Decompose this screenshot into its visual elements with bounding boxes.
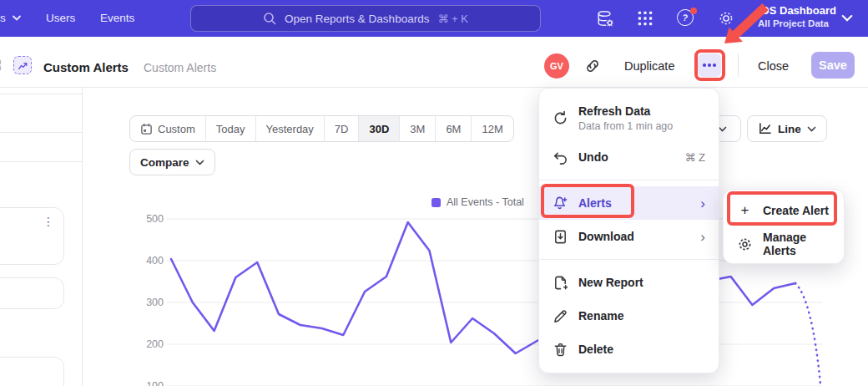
menu-item-new-report[interactable]: New Report bbox=[539, 266, 719, 299]
legend-label: All Events - Total bbox=[447, 196, 524, 208]
date-range-12m[interactable]: 12M bbox=[471, 116, 512, 141]
menu-label: Alerts bbox=[578, 196, 612, 210]
submenu-caret: › bbox=[700, 196, 705, 211]
date-range-custom[interactable]: Custom bbox=[130, 116, 205, 141]
download-icon bbox=[553, 229, 568, 245]
app-root: 500400300200100 All Events - Total s Use… bbox=[0, 0, 868, 386]
calendar-icon bbox=[140, 123, 153, 135]
menu-item-undo[interactable]: Undo ⌘ Z bbox=[539, 140, 719, 174]
kebab-menu-icon[interactable]: ⋮ bbox=[43, 215, 54, 228]
share-link-icon[interactable] bbox=[584, 58, 601, 74]
more-options-menu: Refresh Data Data from 1 min ago Undo ⌘ … bbox=[538, 88, 719, 373]
submenu-caret: › bbox=[700, 230, 705, 244]
alerts-submenu: + Create Alert Manage Alerts bbox=[723, 189, 845, 264]
submenu-label: Manage Alerts bbox=[763, 231, 830, 257]
menu-label: Undo bbox=[578, 150, 608, 164]
date-range-today[interactable]: Today bbox=[205, 116, 255, 141]
project-subtitle: All Project Data bbox=[758, 18, 836, 28]
ellipsis-icon bbox=[703, 63, 706, 67]
nav-item-clipped[interactable]: s bbox=[0, 12, 21, 24]
sidebar-card[interactable] bbox=[0, 357, 64, 386]
project-chevron-down-icon[interactable] bbox=[841, 14, 853, 23]
sidebar-divider bbox=[0, 161, 83, 162]
submenu-item-create-alert[interactable]: + Create Alert bbox=[724, 194, 844, 227]
compare-button[interactable]: Compare bbox=[129, 149, 215, 175]
data-management-icon[interactable] bbox=[596, 9, 614, 28]
search-input[interactable]: Open Reports & Dashboards ⌘ + K bbox=[190, 5, 541, 32]
menu-item-download[interactable]: Download › bbox=[539, 220, 719, 253]
date-range-6m[interactable]: 6M bbox=[435, 116, 471, 141]
menu-label: New Report bbox=[578, 276, 643, 289]
nav-item-users[interactable]: Users bbox=[46, 12, 75, 24]
help-icon[interactable]: ? bbox=[677, 9, 695, 28]
date-range-30d[interactable]: 30D bbox=[358, 116, 399, 141]
sidebar-divider bbox=[0, 132, 83, 133]
menu-item-rename[interactable]: Rename bbox=[539, 299, 719, 333]
menu-divider bbox=[539, 180, 719, 180]
menu-item-refresh-data[interactable]: Refresh Data Data from 1 min ago bbox=[539, 95, 719, 140]
nav-item-events[interactable]: Events bbox=[100, 12, 134, 24]
apps-grid-icon[interactable] bbox=[636, 9, 654, 28]
submenu-label: Create Alert bbox=[763, 204, 829, 217]
search-placeholder: Open Reports & Dashboards bbox=[285, 13, 429, 25]
search-shortcut: ⌘ + K bbox=[437, 13, 468, 25]
page-title: Custom Alerts bbox=[43, 60, 129, 74]
alert-bell-plus-icon bbox=[553, 196, 568, 211]
search-icon bbox=[263, 12, 276, 25]
chart-legend: All Events - Total bbox=[431, 196, 524, 208]
report-header: Custom Alerts Custom Alerts GV Duplicate… bbox=[0, 37, 868, 88]
menu-item-delete[interactable]: Delete bbox=[539, 333, 719, 366]
chevron-down-icon bbox=[13, 15, 21, 21]
notification-badge bbox=[690, 8, 697, 14]
svg-text:200: 200 bbox=[146, 338, 164, 350]
line-chart-icon bbox=[758, 122, 772, 135]
chevron-down-icon bbox=[195, 160, 204, 165]
menu-item-alerts[interactable]: Alerts › bbox=[539, 186, 719, 220]
date-range-7d[interactable]: 7D bbox=[324, 116, 359, 141]
trash-icon bbox=[553, 342, 568, 358]
submenu-item-manage-alerts[interactable]: Manage Alerts bbox=[724, 227, 844, 261]
clipped-edge-icon bbox=[0, 59, 5, 73]
project-title: iOS Dashboard bbox=[758, 4, 836, 17]
settings-gear-icon[interactable] bbox=[717, 9, 735, 28]
legend-swatch bbox=[431, 198, 441, 207]
gear-icon bbox=[737, 236, 753, 252]
project-selector[interactable]: iOS Dashboard All Project Data bbox=[758, 4, 836, 28]
sidebar-divider bbox=[0, 94, 83, 94]
svg-text:100: 100 bbox=[146, 380, 164, 386]
date-range-control: Custom Today Yesterday 7D 30D 3M 6M 12M bbox=[129, 115, 514, 142]
svg-text:300: 300 bbox=[146, 297, 164, 308]
chart-type-button[interactable]: Line bbox=[747, 115, 827, 142]
menu-label: Rename bbox=[578, 309, 623, 323]
undo-icon bbox=[553, 150, 568, 165]
svg-text:400: 400 bbox=[146, 255, 164, 267]
menu-shortcut: ⌘ Z bbox=[684, 151, 705, 164]
top-navigation: s Users Events Open Reports & Dashboards… bbox=[0, 0, 868, 37]
menu-sublabel: Data from 1 min ago bbox=[578, 120, 673, 132]
save-button[interactable]: Save bbox=[811, 52, 855, 79]
chevron-down-icon bbox=[807, 126, 816, 132]
breadcrumb: Custom Alerts bbox=[144, 61, 216, 74]
date-range-yesterday[interactable]: Yesterday bbox=[255, 116, 324, 141]
menu-divider bbox=[539, 259, 719, 260]
menu-label: Delete bbox=[578, 343, 613, 356]
date-range-3m[interactable]: 3M bbox=[399, 116, 435, 141]
more-options-button[interactable] bbox=[698, 53, 721, 77]
sidebar-card[interactable] bbox=[0, 277, 64, 309]
sidebar-card[interactable]: ⋮ bbox=[0, 207, 64, 265]
header-divider bbox=[738, 53, 739, 77]
report-chart-icon bbox=[13, 56, 32, 74]
left-sidebar: ⋮ bbox=[0, 88, 83, 386]
menu-label: Download bbox=[578, 230, 634, 243]
new-report-icon bbox=[553, 275, 568, 291]
pencil-icon bbox=[553, 308, 568, 324]
refresh-icon bbox=[553, 110, 568, 126]
avatar[interactable]: GV bbox=[544, 53, 569, 79]
nav-item-clipped-label: s bbox=[0, 12, 6, 24]
svg-text:500: 500 bbox=[146, 213, 164, 225]
close-button[interactable]: Close bbox=[758, 59, 789, 73]
plus-icon: + bbox=[737, 202, 753, 219]
menu-label: Refresh Data bbox=[578, 104, 673, 118]
duplicate-button[interactable]: Duplicate bbox=[624, 59, 674, 73]
